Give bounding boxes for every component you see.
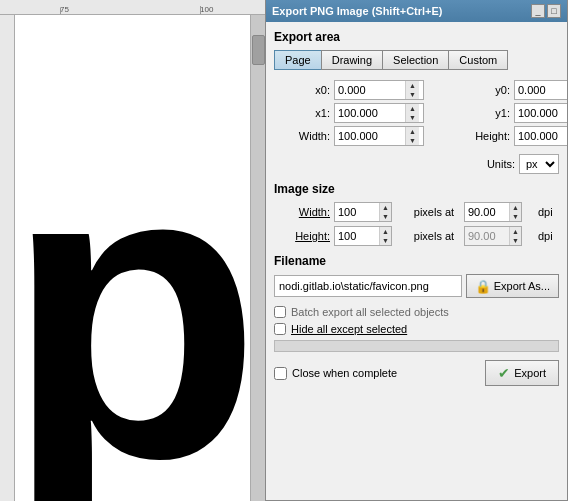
y0-input[interactable] bbox=[515, 81, 567, 99]
export-button-label: Export bbox=[514, 367, 546, 379]
minimize-button[interactable]: _ bbox=[531, 4, 545, 18]
hide-except-label: Hide all except selected bbox=[291, 323, 407, 335]
dialog-title: Export PNG Image (Shift+Ctrl+E) bbox=[272, 5, 443, 17]
y0-label: y0: bbox=[454, 84, 514, 96]
x1-label: x1: bbox=[274, 107, 334, 119]
height-coord-input[interactable] bbox=[515, 127, 567, 145]
x1-spin: ▲ ▼ bbox=[405, 104, 419, 122]
scrollbar-vertical[interactable] bbox=[250, 15, 265, 501]
width-coord-spin-down[interactable]: ▼ bbox=[406, 136, 419, 145]
hide-except-row: Hide all except selected bbox=[274, 323, 559, 335]
units-label: Units: bbox=[487, 158, 515, 170]
width-coord-spin: ▲ ▼ bbox=[405, 127, 419, 145]
dpi2-wrap: ▲ ▼ bbox=[464, 226, 522, 246]
bottom-row: Close when complete ✔ Export bbox=[274, 360, 559, 386]
canvas-content: p bbox=[15, 15, 265, 501]
dpi-label-2: dpi bbox=[534, 230, 564, 242]
ruler-side bbox=[0, 15, 15, 501]
dialog-titlebar: Export PNG Image (Shift+Ctrl+E) _ □ bbox=[266, 0, 567, 22]
height-coord-wrap: ▲ ▼ bbox=[514, 126, 567, 146]
dpi1-wrap: ▲ ▼ bbox=[464, 202, 522, 222]
img-width-wrap: ▲ ▼ bbox=[334, 202, 392, 222]
filename-input[interactable] bbox=[274, 275, 462, 297]
x1-input[interactable] bbox=[335, 104, 405, 122]
width-coord-wrap: ▲ ▼ bbox=[334, 126, 424, 146]
filename-title: Filename bbox=[274, 254, 559, 268]
page-button[interactable]: Page bbox=[274, 50, 321, 70]
width-coord-label: Width: bbox=[274, 130, 334, 142]
export-area-title: Export area bbox=[274, 30, 559, 44]
y1-input-wrap: ▲ ▼ bbox=[514, 103, 567, 123]
coordinates-grid: x0: ▲ ▼ y0: ▲ ▼ x1: bbox=[274, 80, 559, 146]
height-coord-label: Height: bbox=[454, 130, 514, 142]
canvas-letter: p bbox=[15, 101, 262, 501]
maximize-button[interactable]: □ bbox=[547, 4, 561, 18]
custom-button[interactable]: Custom bbox=[448, 50, 508, 70]
drawing-button[interactable]: Drawing bbox=[321, 50, 382, 70]
selection-button[interactable]: Selection bbox=[382, 50, 448, 70]
x0-spin: ▲ ▼ bbox=[405, 81, 419, 99]
img-width-label: Width: bbox=[274, 206, 334, 218]
dpi-label-1: dpi bbox=[534, 206, 564, 218]
ruler-top: 75 100 bbox=[0, 0, 265, 15]
img-width-spin: ▲ ▼ bbox=[379, 203, 391, 221]
img-width-spin-up[interactable]: ▲ bbox=[380, 203, 391, 212]
export-button[interactable]: ✔ Export bbox=[485, 360, 559, 386]
y1-label: y1: bbox=[454, 107, 514, 119]
x0-spin-up[interactable]: ▲ bbox=[406, 81, 419, 90]
dpi1-spin: ▲ ▼ bbox=[509, 203, 521, 221]
close-when-checkbox[interactable] bbox=[274, 367, 287, 380]
width-coord-spin-up[interactable]: ▲ bbox=[406, 127, 419, 136]
hide-except-checkbox[interactable] bbox=[274, 323, 286, 335]
x1-input-wrap: ▲ ▼ bbox=[334, 103, 424, 123]
x0-input-wrap: ▲ ▼ bbox=[334, 80, 424, 100]
x0-input[interactable] bbox=[335, 81, 405, 99]
image-size-title: Image size bbox=[274, 182, 559, 196]
pixels-at-1: pixels at bbox=[404, 206, 464, 218]
img-width-input[interactable] bbox=[335, 203, 379, 221]
x0-spin-down[interactable]: ▼ bbox=[406, 90, 419, 99]
export-as-icon: 🔒 bbox=[475, 279, 491, 294]
dpi2-spin: ▲ ▼ bbox=[509, 227, 521, 245]
progress-bar bbox=[274, 340, 559, 352]
dpi2-input[interactable] bbox=[465, 227, 509, 245]
canvas-area: 75 100 p bbox=[0, 0, 265, 501]
filename-row: 🔒 Export As... bbox=[274, 274, 559, 298]
batch-export-row: Batch export all selected objects bbox=[274, 306, 559, 318]
img-height-spin-up[interactable]: ▲ bbox=[380, 227, 391, 236]
img-height-spin-down[interactable]: ▼ bbox=[380, 236, 391, 245]
img-height-input[interactable] bbox=[335, 227, 379, 245]
img-width-spin-down[interactable]: ▼ bbox=[380, 212, 391, 221]
batch-export-label: Batch export all selected objects bbox=[291, 306, 449, 318]
dialog-body: Export area Page Drawing Selection Custo… bbox=[266, 22, 567, 500]
pixels-at-2: pixels at bbox=[404, 230, 464, 242]
close-when-row: Close when complete bbox=[274, 367, 397, 380]
y1-input[interactable] bbox=[515, 104, 567, 122]
dpi1-input[interactable] bbox=[465, 203, 509, 221]
dpi1-spin-up[interactable]: ▲ bbox=[510, 203, 521, 212]
close-when-label: Close when complete bbox=[292, 367, 397, 379]
export-as-button[interactable]: 🔒 Export As... bbox=[466, 274, 559, 298]
dpi1-spin-down[interactable]: ▼ bbox=[510, 212, 521, 221]
units-row: Units: px mm cm in bbox=[274, 154, 559, 174]
y0-input-wrap: ▲ ▼ bbox=[514, 80, 567, 100]
units-select[interactable]: px mm cm in bbox=[519, 154, 559, 174]
x1-spin-up[interactable]: ▲ bbox=[406, 104, 419, 113]
scroll-thumb[interactable] bbox=[252, 35, 265, 65]
export-as-label: Export As... bbox=[494, 280, 550, 292]
img-height-label: Height: bbox=[274, 230, 334, 242]
dpi2-spin-up[interactable]: ▲ bbox=[510, 227, 521, 236]
x0-label: x0: bbox=[274, 84, 334, 96]
img-height-wrap: ▲ ▼ bbox=[334, 226, 392, 246]
img-height-spin: ▲ ▼ bbox=[379, 227, 391, 245]
export-button-icon: ✔ bbox=[498, 365, 510, 381]
export-dialog: Export PNG Image (Shift+Ctrl+E) _ □ Expo… bbox=[265, 0, 568, 501]
x1-spin-down[interactable]: ▼ bbox=[406, 113, 419, 122]
dpi2-spin-down[interactable]: ▼ bbox=[510, 236, 521, 245]
image-size-grid: Width: ▲ ▼ pixels at ▲ ▼ dpi Height: bbox=[274, 202, 559, 246]
titlebar-buttons: _ □ bbox=[531, 4, 561, 18]
width-coord-input[interactable] bbox=[335, 127, 405, 145]
batch-export-checkbox[interactable] bbox=[274, 306, 286, 318]
export-area-buttons: Page Drawing Selection Custom bbox=[274, 50, 559, 70]
